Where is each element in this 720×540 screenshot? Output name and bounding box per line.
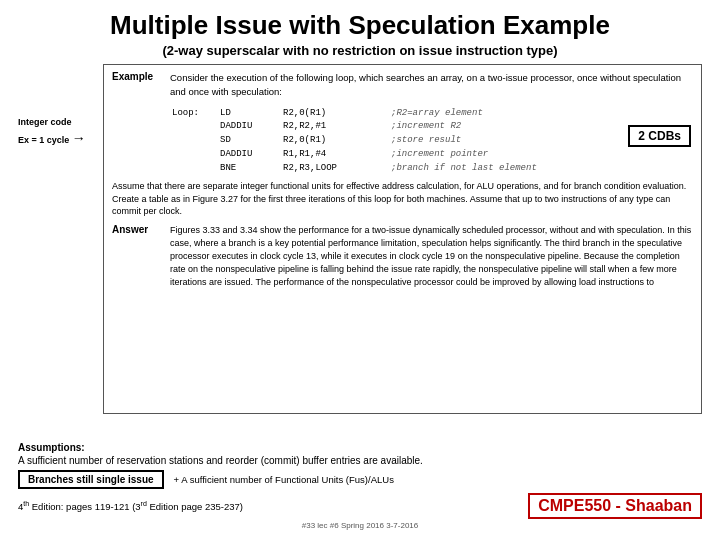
left-annotation: Integer code Ex = 1 cycle →: [18, 64, 103, 414]
assume-text: Assume that there are separate integer f…: [112, 180, 693, 218]
slide-title: Multiple Issue with Speculation Example: [18, 10, 702, 41]
loop-operand-0: R2,0(R1): [283, 107, 383, 121]
content-wrapper: Integer code Ex = 1 cycle → Example Cons…: [18, 64, 702, 414]
loop-instr-0: LD: [220, 107, 275, 121]
course-badge: CMPE550 - Shaaban: [528, 493, 702, 519]
loop-comment-0: ;R2=array element: [391, 107, 483, 121]
answer-label: Answer: [112, 224, 164, 289]
slide-subtitle: (2-way superscalar with no restriction o…: [18, 43, 702, 58]
loop-label: Loop:: [172, 107, 212, 121]
loop-header: Loop: LD R2,0(R1) ;R2=array element: [172, 107, 693, 121]
example-section: Example Consider the execution of the fo…: [112, 71, 693, 99]
integer-code-label: Integer code Ex = 1 cycle →: [18, 116, 86, 148]
edition-suffix: Edition page 235-237): [149, 501, 243, 512]
loop-line-1: DADDIU R2,R2,#1 ;increment R2: [172, 120, 693, 134]
functional-units-text: + A sufficient number of Functional Unit…: [174, 474, 394, 485]
example-label: Example: [112, 71, 164, 99]
loop-line-2: SD R2,0(R1) ;store result: [172, 134, 693, 148]
loop-line-4: BNE R2,R3,LOOP ;branch if not last eleme…: [172, 162, 693, 176]
answer-section: Answer Figures 3.33 and 3.34 show the pe…: [112, 224, 693, 289]
answer-text: Figures 3.33 and 3.34 show the performan…: [170, 224, 693, 289]
assumptions-label: Assumptions:: [18, 442, 702, 453]
edition-main: Edition: pages 119-121 (3: [32, 501, 141, 512]
bottom-row: Branches still single issue + A sufficie…: [18, 470, 702, 489]
loop-code: Loop: LD R2,0(R1) ;R2=array element DADD…: [172, 107, 693, 177]
arrow-icon: →: [72, 129, 86, 149]
example-text: Consider the execution of the following …: [170, 71, 693, 99]
loop-line-3: DADDIU R1,R1,#4 ;increment pointer: [172, 148, 693, 162]
bottom-area: Assumptions: A sufficient number of rese…: [18, 442, 702, 530]
assumptions-text: A sufficient number of reservation stati…: [18, 455, 702, 466]
cdb-box: 2 CDBs: [628, 125, 691, 147]
edition-text: 4th Edition: pages 119-121 (3rd Edition …: [18, 500, 243, 512]
branches-box: Branches still single issue: [18, 470, 164, 489]
main-content-box: Example Consider the execution of the fo…: [103, 64, 702, 414]
edition-row: 4th Edition: pages 119-121 (3rd Edition …: [18, 493, 702, 519]
hash-info: #33 lec #6 Spring 2016 3-7-2016: [18, 521, 702, 530]
slide: Multiple Issue with Speculation Example …: [0, 0, 720, 540]
